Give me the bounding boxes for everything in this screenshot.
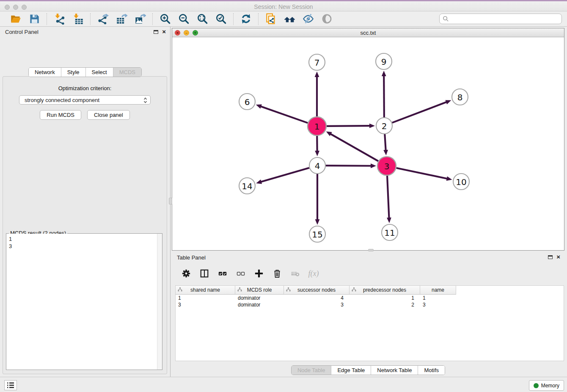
import-table-button[interactable] bbox=[72, 13, 84, 25]
delete-column-button[interactable] bbox=[272, 268, 282, 279]
function-builder-button[interactable]: f(x) bbox=[308, 268, 319, 279]
refresh-button[interactable] bbox=[239, 13, 252, 25]
graph-edge-2-3[interactable] bbox=[385, 134, 385, 150]
tab-select[interactable]: Select bbox=[86, 68, 113, 77]
graph-edge-arrow-icon bbox=[371, 163, 376, 168]
panel-splitter-grip[interactable] bbox=[169, 198, 172, 204]
delete-table-button[interactable] bbox=[290, 268, 300, 279]
import-network-button[interactable] bbox=[53, 13, 66, 25]
column-header-name[interactable]: name bbox=[420, 286, 456, 295]
open-file-button[interactable] bbox=[9, 13, 22, 25]
result-scrollbar[interactable] bbox=[157, 234, 162, 370]
graph-edge-arrow-icon bbox=[445, 100, 451, 104]
result-line: 1 bbox=[9, 235, 160, 243]
tab-network[interactable]: Network bbox=[29, 68, 61, 77]
attribute-icon bbox=[352, 287, 356, 292]
tab-node-table[interactable]: Node Table bbox=[292, 366, 332, 375]
column-header-predecessor-nodes[interactable]: predecessor nodes bbox=[350, 286, 420, 295]
export-network-button[interactable] bbox=[96, 13, 109, 25]
zoom-selected-button[interactable] bbox=[215, 13, 227, 25]
graph-edge-3-1[interactable] bbox=[330, 134, 378, 161]
column-layout-button[interactable] bbox=[199, 268, 209, 279]
graph-edge-1-2[interactable] bbox=[327, 126, 370, 126]
graph-edge-4-14[interactable] bbox=[261, 168, 309, 182]
list-icon bbox=[7, 382, 14, 389]
tab-edge-table[interactable]: Edge Table bbox=[331, 366, 371, 375]
cell-shared-name[interactable]: 1 bbox=[176, 295, 235, 301]
zoom-fit-icon bbox=[197, 13, 208, 25]
graph-edge-4-3[interactable] bbox=[326, 166, 371, 166]
gear-icon bbox=[182, 269, 191, 278]
select-all-icon bbox=[218, 269, 227, 278]
export-image-button[interactable] bbox=[134, 13, 146, 25]
close-panel-button[interactable]: Close panel bbox=[87, 110, 130, 120]
tab-motifs[interactable]: Motifs bbox=[418, 366, 445, 375]
network-canvas[interactable]: 7968124314101511 bbox=[172, 37, 564, 250]
table-row[interactable]: 3 dominator 3 2 3 bbox=[176, 301, 564, 308]
column-header-shared-name[interactable]: shared name bbox=[176, 286, 235, 295]
criterion-dropdown[interactable]: strongly connected component bbox=[19, 95, 151, 105]
search-field[interactable] bbox=[439, 14, 562, 24]
show-all-button[interactable] bbox=[320, 13, 333, 25]
tab-style[interactable]: Style bbox=[61, 68, 86, 77]
zoom-in-button[interactable] bbox=[159, 13, 171, 25]
cell-mcds-role[interactable]: dominator bbox=[235, 295, 284, 301]
cell-mcds-role[interactable]: dominator bbox=[235, 301, 284, 308]
tab-network-table[interactable]: Network Table bbox=[371, 366, 418, 375]
zoom-out-button[interactable] bbox=[177, 13, 190, 25]
select-all-button[interactable] bbox=[217, 268, 228, 279]
zoom-selected-icon bbox=[215, 13, 227, 25]
graph-edge-arrow-icon bbox=[382, 71, 386, 76]
close-panel-icon[interactable]: × bbox=[162, 30, 166, 34]
table-settings-button[interactable] bbox=[181, 268, 191, 279]
control-panel-title: Control Panel bbox=[5, 29, 39, 35]
float-panel-icon[interactable] bbox=[154, 30, 158, 34]
network-graph[interactable]: 7968124314101511 bbox=[172, 37, 564, 250]
cell-predecessor-nodes[interactable]: 1 bbox=[350, 295, 420, 301]
result-line: 3 bbox=[9, 243, 160, 250]
add-column-button[interactable] bbox=[254, 268, 264, 279]
graph-edge-2-8[interactable] bbox=[392, 102, 447, 123]
graph-edge-arrow-icon bbox=[256, 179, 262, 184]
attribute-icon bbox=[286, 287, 291, 292]
cell-predecessor-nodes[interactable]: 2 bbox=[350, 301, 420, 308]
clone-network-button[interactable] bbox=[264, 13, 277, 25]
graph-edge-arrow-icon bbox=[256, 105, 262, 109]
save-session-button[interactable] bbox=[28, 13, 41, 25]
hide-selected-button[interactable] bbox=[302, 13, 314, 25]
network-window-title: scc.txt bbox=[172, 30, 564, 36]
application-window: Session: New Session bbox=[0, 0, 567, 392]
column-header-successor-nodes[interactable]: successor nodes bbox=[284, 286, 350, 295]
cell-name[interactable]: 3 bbox=[420, 301, 456, 308]
cell-name[interactable]: 1 bbox=[420, 295, 456, 301]
memory-button[interactable]: Memory bbox=[529, 380, 564, 391]
cell-successor-nodes[interactable]: 3 bbox=[284, 301, 350, 308]
run-mcds-button[interactable]: Run MCDS bbox=[40, 110, 81, 120]
graph-node-label: 2 bbox=[382, 121, 387, 131]
task-history-button[interactable] bbox=[4, 380, 17, 390]
cell-successor-nodes[interactable]: 4 bbox=[284, 295, 350, 301]
graph-edge-arrow-icon bbox=[315, 72, 319, 77]
column-header-mcds-role[interactable]: MCDS role bbox=[235, 286, 284, 295]
close-panel-icon[interactable]: × bbox=[556, 255, 560, 259]
graph-edge-2-9[interactable] bbox=[384, 76, 384, 117]
mcds-panel: Optimization criterion: strongly connect… bbox=[3, 76, 167, 374]
deselect-all-button[interactable] bbox=[236, 268, 246, 279]
main-toolbar bbox=[0, 11, 567, 27]
network-window-titlebar[interactable]: ✕ – + scc.txt bbox=[172, 28, 564, 37]
graph-node-label: 9 bbox=[381, 57, 387, 67]
search-input[interactable] bbox=[449, 16, 559, 22]
export-table-button[interactable] bbox=[115, 13, 128, 25]
horizontal-splitter-grip[interactable] bbox=[368, 249, 374, 251]
attribute-icon bbox=[178, 287, 182, 292]
table-row[interactable]: 1 dominator 4 1 1 bbox=[176, 295, 564, 301]
table-panel: Table Panel × bbox=[172, 252, 564, 375]
graph-edge-3-11[interactable] bbox=[387, 176, 389, 218]
cell-shared-name[interactable]: 3 bbox=[176, 301, 235, 308]
graph-edge-3-10[interactable] bbox=[396, 168, 447, 179]
first-neighbors-button[interactable] bbox=[283, 13, 296, 25]
tab-mcds[interactable]: MCDS bbox=[113, 68, 141, 77]
graph-edge-1-6[interactable] bbox=[261, 106, 308, 123]
zoom-fit-button[interactable] bbox=[196, 13, 209, 25]
float-panel-icon[interactable] bbox=[548, 255, 553, 259]
